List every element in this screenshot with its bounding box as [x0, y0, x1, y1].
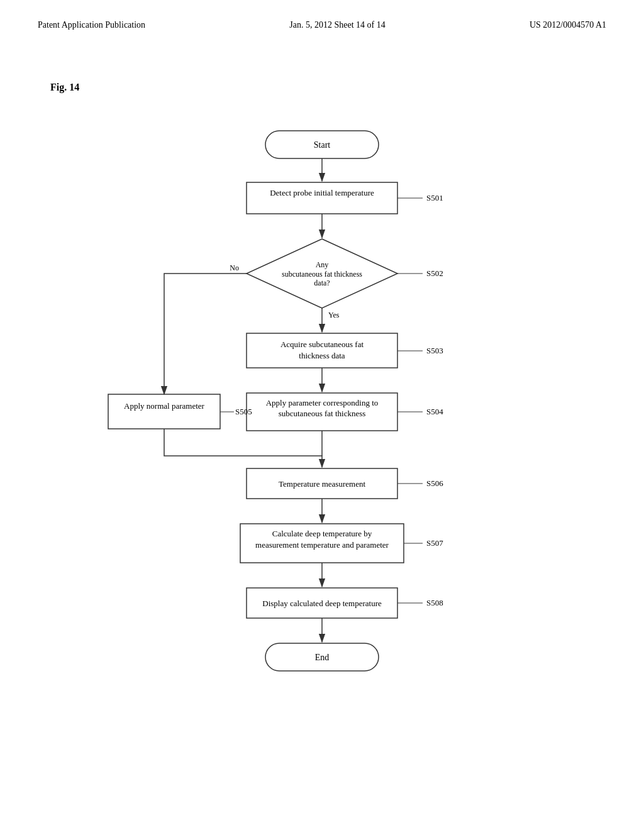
header-center: Jan. 5, 2012 Sheet 14 of 14: [289, 20, 385, 30]
s505-text: Apply normal parameter: [124, 401, 204, 411]
s505-box: [108, 394, 220, 429]
s503-text1: Acquire subcutaneous fat: [280, 340, 364, 349]
s506-text: Temperature measurement: [279, 479, 365, 489]
s502-text-line2: subcutaneous fat thickness: [282, 270, 362, 279]
s507-tag: S507: [426, 538, 443, 548]
s501-text: Detect probe initial temperature: [270, 188, 374, 197]
arrow-s502-no-s505: [164, 274, 247, 394]
s502-text-line1: Any: [316, 260, 329, 269]
start-label: Start: [314, 140, 331, 150]
s503-tag: S503: [426, 346, 443, 355]
arrow-s505-s506: [164, 429, 322, 467]
yes-label: Yes: [328, 311, 340, 319]
s506-tag: S506: [426, 479, 443, 488]
end-label: End: [315, 653, 330, 662]
s501-tag: S501: [426, 193, 443, 202]
page-header: Patent Application Publication Jan. 5, 2…: [0, 0, 644, 30]
s504-tag: S504: [426, 407, 443, 416]
s507-text1: Calculate deep temperature by: [272, 529, 372, 538]
flowchart-svg: Start Detect probe initial temperature S…: [102, 113, 542, 780]
header-left: Patent Application Publication: [38, 20, 145, 30]
no-label: No: [230, 263, 239, 272]
s508-tag: S508: [426, 598, 443, 607]
flowchart-diagram: Start Detect probe initial temperature S…: [0, 113, 644, 780]
s508-text: Display calculated deep temperature: [262, 599, 382, 608]
s501-box: [247, 182, 397, 214]
figure-label: Fig. 14: [50, 82, 79, 93]
s503-text2: thickness data: [299, 351, 345, 360]
header-right: US 2012/0004570 A1: [530, 20, 606, 30]
s502-text-line3: data?: [314, 279, 330, 287]
s504-text2: subcutaneous fat thickness: [279, 409, 366, 418]
s502-tag: S502: [426, 268, 443, 278]
s507-text2: measurement temperature and parameter: [255, 540, 389, 550]
s504-text1: Apply parameter corresponding to: [266, 398, 379, 407]
s505-tag: S505: [235, 407, 252, 416]
